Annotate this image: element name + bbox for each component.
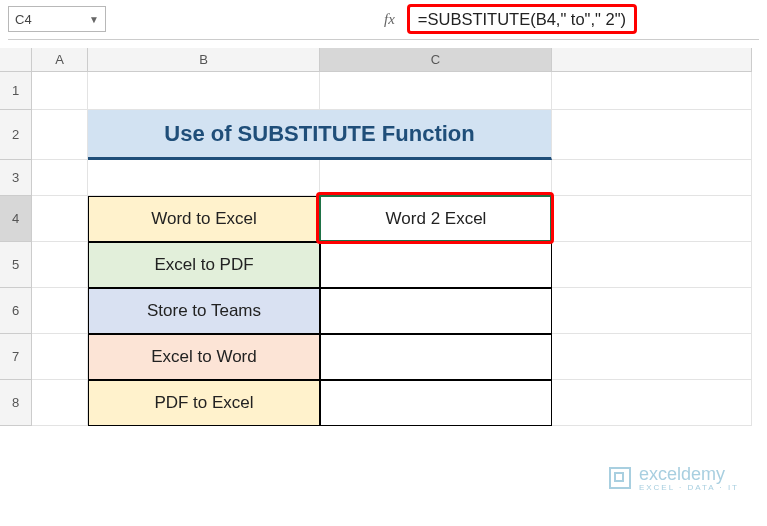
cell-rest-4[interactable] <box>552 196 752 242</box>
row-header-5[interactable]: 5 <box>0 242 32 288</box>
name-box-value: C4 <box>15 12 89 27</box>
cell-a3[interactable] <box>32 160 88 196</box>
cell-rest-2[interactable] <box>552 110 752 160</box>
cell-rest-7[interactable] <box>552 334 752 380</box>
cell-a4[interactable] <box>32 196 88 242</box>
cell-a7[interactable] <box>32 334 88 380</box>
row-header-6[interactable]: 6 <box>0 288 32 334</box>
cell-b1[interactable] <box>88 72 320 110</box>
cell-b4[interactable]: Word to Excel <box>88 196 320 242</box>
cell-rest-3[interactable] <box>552 160 752 196</box>
column-header-b[interactable]: B <box>88 48 320 72</box>
cell-c3[interactable] <box>320 160 552 196</box>
row-header-2[interactable]: 2 <box>0 110 32 160</box>
cell-c8[interactable] <box>320 380 552 426</box>
spreadsheet-grid[interactable]: A B C 1 2 Use of SUBSTITUTE Function 3 <box>0 48 767 526</box>
watermark: exceldemy EXCEL · DATA · IT <box>609 464 739 492</box>
cell-c7[interactable] <box>320 334 552 380</box>
row-header-7[interactable]: 7 <box>0 334 32 380</box>
row-header-1[interactable]: 1 <box>0 72 32 110</box>
watermark-brand: exceldemy <box>639 464 725 484</box>
cell-b6[interactable]: Store to Teams <box>88 288 320 334</box>
formula-bar-area: C4 ▼ fx =SUBSTITUTE(B4," to"," 2") <box>0 0 767 48</box>
row-header-3[interactable]: 3 <box>0 160 32 196</box>
cell-b5[interactable]: Excel to PDF <box>88 242 320 288</box>
cell-a2[interactable] <box>32 110 88 160</box>
chevron-down-icon[interactable]: ▼ <box>89 14 99 25</box>
row-header-4[interactable]: 4 <box>0 196 32 242</box>
column-header-c[interactable]: C <box>320 48 552 72</box>
name-box[interactable]: C4 ▼ <box>8 6 106 32</box>
fx-icon[interactable]: fx <box>380 11 399 28</box>
cell-rest-1[interactable] <box>552 72 752 110</box>
cell-rest-6[interactable] <box>552 288 752 334</box>
title-cell[interactable]: Use of SUBSTITUTE Function <box>88 110 552 160</box>
cell-c1[interactable] <box>320 72 552 110</box>
select-all-corner[interactable] <box>0 48 32 72</box>
column-header-blank[interactable] <box>552 48 752 72</box>
cell-rest-8[interactable] <box>552 380 752 426</box>
cell-b3[interactable] <box>88 160 320 196</box>
title-text: Use of SUBSTITUTE Function <box>164 121 474 147</box>
watermark-tag: EXCEL · DATA · IT <box>639 483 739 492</box>
column-header-a[interactable]: A <box>32 48 88 72</box>
cell-rest-5[interactable] <box>552 242 752 288</box>
cell-a1[interactable] <box>32 72 88 110</box>
cell-a6[interactable] <box>32 288 88 334</box>
formula-bar-text: =SUBSTITUTE(B4," to"," 2") <box>418 10 626 29</box>
cell-c4[interactable]: Word 2 Excel <box>320 196 552 242</box>
cell-b7[interactable]: Excel to Word <box>88 334 320 380</box>
cell-b8[interactable]: PDF to Excel <box>88 380 320 426</box>
row-header-8[interactable]: 8 <box>0 380 32 426</box>
formula-bar-input[interactable]: =SUBSTITUTE(B4," to"," 2") <box>407 4 637 34</box>
cell-a8[interactable] <box>32 380 88 426</box>
cell-c5[interactable] <box>320 242 552 288</box>
cell-a5[interactable] <box>32 242 88 288</box>
cell-c6[interactable] <box>320 288 552 334</box>
watermark-icon <box>609 467 631 489</box>
